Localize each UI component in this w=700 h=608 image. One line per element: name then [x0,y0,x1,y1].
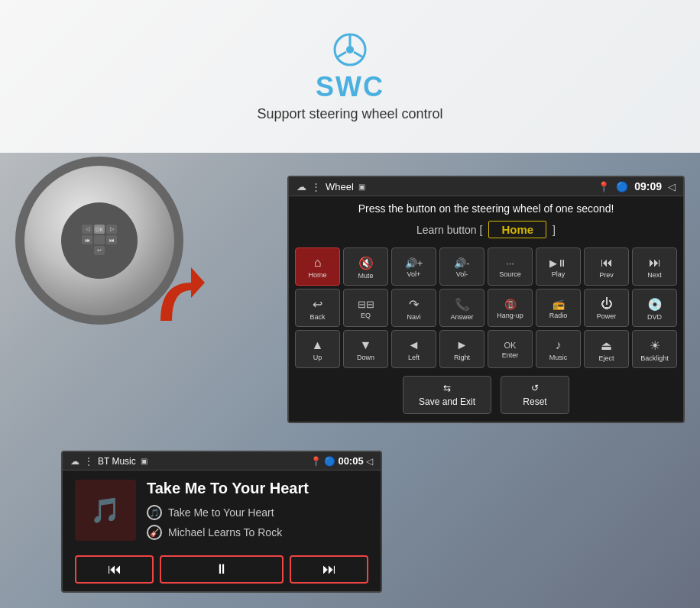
more-icon: ⋮ [311,181,321,192]
swc-panel-header: ☁ ⋮ Wheel ▣ 📍 🔵 09:09 ◁ [289,177,683,196]
music-icon: ♪ [556,338,562,352]
btn-source[interactable]: ··· Source [488,247,533,286]
song-info: Take Me To Your Heart 🎵 Take Me to Your … [147,480,368,545]
action-row: ⇆ Save and Exit ↺ Reset [289,371,683,422]
bt-title-icon: ▣ [141,457,147,465]
btn-hangup[interactable]: 📵 Hang-up [488,289,533,327]
btn-dvd[interactable]: 💿 DVD [632,289,677,327]
btn-radio-label: Radio [549,312,568,319]
btn-back[interactable]: ↩ Back [295,289,340,327]
answer-icon: 📞 [455,297,470,312]
back-arrow-icon: ◁ [668,181,676,192]
bt-header: ☁ ⋮ BT Music ▣ 📍 🔵 00:05 ◁ [63,452,381,471]
save-exit-label: Save and Exit [419,396,475,407]
btn-next[interactable]: ⏭ Next [632,247,677,286]
btn-mute[interactable]: 🔇 Mute [343,247,388,286]
swc-title: SWC [316,71,384,103]
prev-track-button[interactable]: ⏮ [75,555,154,584]
bt-back-icon: ◁ [366,456,373,467]
btn-play[interactable]: ▶⏸ Play [536,247,581,286]
steering-wheel-image: ◁ OK ▷ ⏮ ⏭ ↩ [8,149,267,416]
track-name: Take Me to Your Heart [168,506,274,519]
btn-power[interactable]: ⏻ Power [584,289,629,327]
bracket-close: ] [553,224,556,236]
bt-bluetooth-icon: 🔵 [324,456,335,467]
bt-music-panel: ☁ ⋮ BT Music ▣ 📍 🔵 00:05 ◁ 🎵 Take Me To … [61,451,382,593]
btn-left[interactable]: ◄ Left [391,330,436,368]
play-icon: ▶⏸ [549,257,567,269]
radio-icon: 📻 [553,299,565,310]
btn-dvd-label: DVD [647,313,662,321]
btn-vol-down[interactable]: 🔊- Vol- [439,247,484,286]
btn-backlight[interactable]: ☀ Backlight [632,330,677,368]
source-icon: ··· [506,257,514,269]
learn-button-row: Learn button [ Home ] [289,218,683,244]
btn-down[interactable]: ▼ Down [343,330,388,368]
btn-right[interactable]: ► Right [439,330,484,368]
btn-music[interactable]: ♪ Music [536,330,581,368]
bt-loc-icon: 📍 [310,456,322,467]
panel-title: Wheel [326,181,354,192]
svg-line-3 [337,52,346,57]
bt-icon: 🔵 [616,181,628,192]
left-icon: ◄ [408,338,420,352]
btn-eject[interactable]: ⏏ Eject [584,330,629,368]
svg-line-4 [354,52,363,57]
btn-power-label: Power [597,312,617,320]
eject-icon: ⏏ [601,338,612,353]
panel-header-right: 📍 🔵 09:09 ◁ [598,180,676,192]
btn-prev-label: Prev [599,271,614,279]
btn-up[interactable]: ▲ Up [295,330,340,368]
panel-title-icon: ▣ [358,183,365,191]
navi-icon: ↷ [409,297,419,312]
save-exit-button[interactable]: ⇆ Save and Exit [403,376,491,414]
track-item: 🎵 Take Me to Your Heart [147,505,368,520]
artist-item: 🎸 Michael Learns To Rock [147,525,368,540]
panel-instruction: Press the button on the steering wheel o… [289,196,683,218]
bt-time: 00:05 [338,455,363,467]
btn-play-label: Play [552,270,566,278]
learn-button-label: Learn button [ [416,224,482,236]
btn-vol-up[interactable]: 🔊+ Vol+ [391,247,436,286]
btn-back-label: Back [309,313,325,321]
btn-enter[interactable]: OK Enter [488,330,533,368]
learn-button-value: Home [488,221,546,238]
dvd-icon: 💿 [647,297,663,312]
reset-icon: ↺ [531,383,539,393]
prev-track-icon: ⏮ [108,561,122,577]
btn-down-label: Down [357,354,374,361]
back-icon: ↩ [313,297,322,312]
svg-point-1 [346,46,354,53]
right-icon: ► [456,338,468,352]
btn-vol-up-label: Vol+ [407,270,421,278]
arrow-indicator [153,260,206,354]
btn-navi[interactable]: ↷ Navi [391,289,436,327]
vol-down-icon: 🔊- [454,257,469,269]
btn-left-label: Left [408,354,420,361]
home-icon: ⌂ [314,256,322,270]
btn-hangup-label: Hang-up [497,312,523,319]
btn-prev[interactable]: ⏮ Prev [584,247,629,286]
artist-icon: 🎸 [147,525,162,540]
btn-radio[interactable]: 📻 Radio [536,289,581,327]
bt-more-icon: ⋮ [84,456,93,467]
mute-icon: 🔇 [358,256,374,270]
btn-home[interactable]: ⌂ Home [295,247,340,286]
down-icon: ▼ [360,338,372,352]
play-pause-button[interactable]: ⏸ [160,555,284,584]
album-art: 🎵 [75,480,136,541]
btn-eq[interactable]: ⊟⊟ EQ [343,289,388,327]
bt-title: BT Music [98,456,136,467]
location-icon: 📍 [598,181,610,192]
playback-controls: ⏮ ⏸ ⏭ [63,551,381,591]
reset-button[interactable]: ↺ Reset [501,376,569,414]
btn-home-label: Home [308,271,326,279]
btn-eject-label: Eject [598,354,614,362]
btn-backlight-label: Backlight [640,354,669,362]
btn-answer[interactable]: 📞 Answer [439,289,484,327]
prev-icon: ⏮ [601,256,613,270]
next-track-button[interactable]: ⏭ [290,555,368,584]
panel-header-left: ☁ ⋮ Wheel ▣ [297,181,365,192]
btn-music-label: Music [549,354,568,361]
btn-up-label: Up [313,354,322,361]
